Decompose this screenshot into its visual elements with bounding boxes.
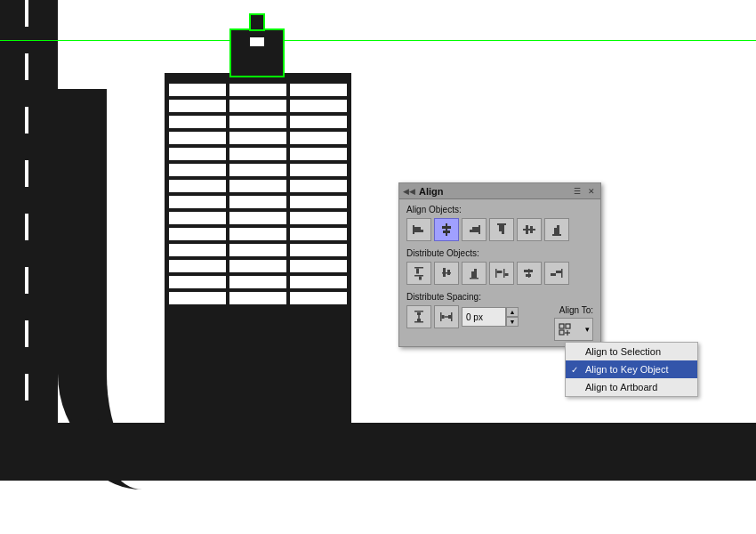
svg-rect-31	[505, 273, 509, 276]
guide-line-horizontal	[0, 40, 756, 41]
svg-rect-39	[417, 312, 421, 315]
spacing-input-field[interactable]: 0 px	[462, 307, 506, 327]
dist-center-v-btn[interactable]	[434, 262, 459, 285]
svg-rect-11	[502, 225, 504, 234]
svg-rect-18	[414, 267, 423, 269]
svg-rect-41	[414, 321, 423, 323]
panel-close-btn[interactable]: ✕	[586, 186, 597, 197]
svg-rect-1	[414, 227, 421, 230]
align-objects-row	[406, 218, 593, 241]
dist-top-btn[interactable]	[406, 262, 431, 285]
distribute-objects-row	[406, 262, 593, 285]
svg-rect-40	[417, 319, 421, 321]
align-to-dropdown-menu: Align to Selection ✓ Align to Key Object…	[565, 342, 698, 397]
svg-rect-38	[414, 311, 423, 312]
spacing-input-group: 0 px ▲ ▼	[462, 305, 519, 328]
svg-rect-50	[559, 330, 564, 335]
panel-collapse-icon[interactable]: ◀◀	[403, 187, 415, 196]
spacing-left: 0 px ▲ ▼	[406, 305, 551, 328]
align-to-label: Align To:	[559, 305, 593, 315]
spinner-down-btn[interactable]: ▼	[506, 317, 519, 327]
dropdown-item-artboard[interactable]: Align to Artboard	[566, 378, 697, 396]
align-to-icon	[558, 322, 572, 336]
spacing-right: Align To: ▾	[554, 305, 593, 341]
svg-rect-28	[495, 269, 497, 278]
svg-rect-29	[497, 271, 503, 273]
svg-rect-37	[551, 273, 556, 276]
svg-rect-5	[443, 231, 450, 233]
svg-rect-19	[416, 269, 419, 274]
dist-left-btn[interactable]	[489, 262, 514, 285]
svg-rect-16	[554, 228, 557, 234]
svg-rect-21	[419, 277, 422, 280]
panel-controls: ☰ ✕	[572, 186, 597, 197]
distribute-spacing-section: 0 px ▲ ▼ Align To:	[406, 305, 593, 341]
dist-right-btn[interactable]	[544, 262, 569, 285]
svg-rect-0	[413, 225, 414, 234]
svg-rect-36	[556, 271, 561, 273]
svg-rect-8	[470, 230, 479, 232]
svg-rect-15	[552, 234, 561, 236]
panel-title: Align	[419, 186, 444, 197]
road-left	[0, 0, 58, 481]
dropdown-item-key-object[interactable]: ✓ Align to Key Object	[566, 360, 697, 378]
svg-rect-9	[497, 223, 506, 225]
svg-rect-48	[559, 324, 564, 328]
svg-rect-35	[561, 269, 563, 278]
svg-rect-6	[479, 225, 480, 234]
svg-rect-14	[530, 226, 533, 233]
svg-rect-3	[446, 223, 447, 236]
svg-rect-44	[442, 315, 445, 319]
svg-rect-33	[524, 270, 533, 272]
spinner-up-btn[interactable]: ▲	[506, 307, 519, 317]
align-bottom-btn[interactable]	[544, 218, 569, 241]
dropdown-arrow: ▾	[585, 325, 590, 334]
building-body	[165, 73, 351, 478]
dropdown-item-selection[interactable]: Align to Selection	[566, 343, 697, 360]
svg-rect-46	[451, 312, 453, 321]
distribute-objects-label: Distribute Objects:	[406, 248, 593, 258]
dist-space-v-btn[interactable]	[406, 305, 431, 328]
canvas: ◀◀ Align ☰ ✕ Align Objects:	[0, 0, 756, 534]
svg-rect-13	[526, 225, 528, 234]
svg-rect-34	[526, 274, 531, 277]
svg-rect-30	[503, 269, 505, 278]
svg-rect-20	[414, 275, 423, 277]
dist-bottom-btn[interactable]	[462, 262, 487, 285]
align-to-dropdown[interactable]: ▾	[554, 318, 593, 341]
panel-title-left: ◀◀ Align	[403, 186, 444, 197]
panel-menu-btn[interactable]: ☰	[572, 186, 583, 197]
panel-titlebar[interactable]: ◀◀ Align ☰ ✕	[399, 183, 600, 199]
align-center-v-btn[interactable]	[517, 218, 542, 241]
svg-rect-10	[499, 225, 502, 231]
align-right-btn[interactable]	[462, 218, 487, 241]
svg-rect-4	[442, 226, 451, 229]
svg-rect-49	[566, 324, 570, 328]
svg-rect-24	[447, 270, 450, 275]
align-panel: ◀◀ Align ☰ ✕ Align Objects:	[398, 182, 601, 347]
building-antenna	[249, 13, 265, 31]
svg-rect-17	[557, 225, 559, 234]
align-center-h-btn[interactable]	[434, 218, 459, 241]
align-top-btn[interactable]	[489, 218, 514, 241]
dist-center-h-btn[interactable]	[517, 262, 542, 285]
distribute-spacing-label: Distribute Spacing:	[406, 292, 593, 302]
building-top	[229, 28, 285, 77]
svg-rect-2	[414, 230, 423, 232]
spacing-icons-row: 0 px ▲ ▼	[406, 305, 551, 328]
svg-rect-27	[474, 269, 477, 278]
svg-rect-25	[470, 278, 479, 279]
svg-rect-12	[523, 229, 535, 231]
ground-bar	[0, 423, 756, 481]
svg-rect-26	[471, 271, 474, 278]
road-markings	[25, 0, 28, 481]
svg-rect-7	[472, 227, 479, 230]
align-left-btn[interactable]	[406, 218, 431, 241]
svg-rect-23	[443, 268, 446, 277]
dist-space-h-btn[interactable]	[434, 305, 459, 328]
checkmark-key-object: ✓	[571, 365, 578, 375]
spinner-group: ▲ ▼	[506, 307, 519, 327]
svg-rect-43	[440, 312, 442, 321]
svg-rect-45	[448, 315, 451, 319]
panel-content: Align Objects:	[399, 199, 600, 346]
